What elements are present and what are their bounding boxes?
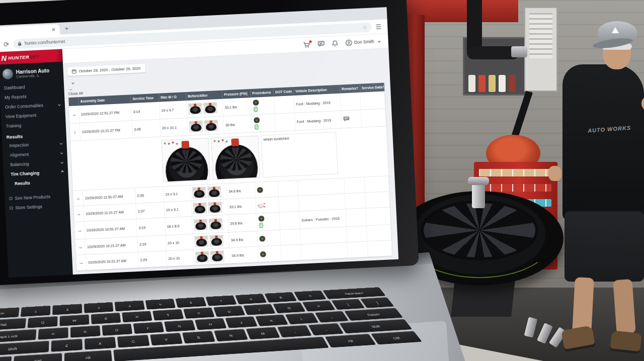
before-photo-thumbnail[interactable] <box>195 251 209 262</box>
key-f[interactable]: F <box>133 322 164 334</box>
after-photo-thumbnail[interactable] <box>210 250 224 262</box>
key-[interactable]: . <box>308 323 344 335</box>
key-5[interactable]: 5 <box>145 299 176 310</box>
user-menu[interactable]: Don Smith <box>346 38 380 46</box>
key-1[interactable]: 1 <box>21 306 51 317</box>
before-after-cell <box>192 215 229 233</box>
after-photo-thumbnail[interactable] <box>207 186 221 198</box>
key-9[interactable]: 9 <box>265 292 297 303</box>
remark-icon[interactable] <box>343 116 350 123</box>
key-h[interactable]: H <box>195 318 227 330</box>
key-o[interactable]: O <box>273 302 305 313</box>
key-r[interactable]: R <box>122 311 152 322</box>
key-d[interactable]: D <box>102 324 132 336</box>
messages-icon[interactable] <box>318 41 325 47</box>
key-6[interactable]: 6 <box>176 297 207 308</box>
service-time-cell: 2:35 <box>135 187 164 203</box>
key-p[interactable]: P <box>302 301 336 312</box>
key-[interactable]: , <box>277 325 312 337</box>
results-nav: InspectionAlignmentBalancingTire Changin… <box>2 138 68 179</box>
before-photo-large[interactable] <box>161 138 210 182</box>
key-[interactable]: [ <box>332 299 365 310</box>
key-l[interactable]: L <box>285 313 318 324</box>
pressure-cell: 30 lbs <box>223 115 253 134</box>
before-photo-thumbnail[interactable] <box>193 202 207 214</box>
after-photo-large[interactable] <box>211 135 260 179</box>
rim-size-cell: 20 x 10 <box>166 234 193 251</box>
before-photo-thumbnail[interactable] <box>194 219 208 230</box>
browser-menu-icon[interactable]: ☰ <box>375 23 381 31</box>
key-8[interactable]: 8 <box>235 294 267 304</box>
key-z[interactable]: Z <box>51 339 83 352</box>
key-m[interactable]: M <box>246 327 280 339</box>
after-photo-thumbnail[interactable] <box>204 120 218 131</box>
key-return[interactable]: Return <box>344 308 403 321</box>
key-alt[interactable]: Alt <box>64 350 112 361</box>
key-ctrl[interactable]: Ctrl <box>13 353 62 361</box>
key-b[interactable]: B <box>182 331 215 343</box>
key-q[interactable]: Q <box>28 316 58 328</box>
store-profile[interactable]: Harrison Auto Camberville, IL <box>0 62 64 83</box>
before-after-thumbnails <box>195 250 224 263</box>
after-photo-thumbnail[interactable] <box>209 218 223 230</box>
after-photo-thumbnail[interactable] <box>208 202 222 213</box>
tab-close-icon[interactable]: ✕ <box>51 27 56 32</box>
key-7[interactable]: 7 <box>205 295 236 306</box>
key-[interactable]: ; <box>314 311 348 323</box>
bottle <box>489 75 496 92</box>
row-expander-arrow-icon[interactable]: → <box>76 255 87 270</box>
row-expander-arrow-icon[interactable]: → <box>74 222 86 239</box>
key-alt[interactable]: Alt <box>325 334 376 347</box>
before-photo-thumbnail[interactable] <box>192 187 206 198</box>
row-expander-arrow-icon[interactable]: → <box>73 206 84 222</box>
key-g[interactable]: G <box>164 320 196 332</box>
key-k[interactable]: K <box>255 315 288 326</box>
before-photo-thumbnail[interactable] <box>188 103 202 115</box>
key-t[interactable]: T <box>152 309 183 321</box>
row-expander-arrow-icon[interactable]: → <box>75 239 86 255</box>
key-s[interactable]: S <box>70 325 101 337</box>
key-e[interactable]: E <box>91 313 121 324</box>
procedures-cell <box>255 182 279 198</box>
after-photo-thumbnail[interactable] <box>203 102 217 114</box>
technician-shorts <box>565 211 644 282</box>
new-tab-icon[interactable]: + <box>64 25 68 32</box>
vehicle-description-cell: Subaru : Forester : 2016 <box>299 209 346 228</box>
key-2[interactable]: 2 <box>52 304 82 315</box>
row-expander-arrow-icon[interactable]: → <box>69 106 80 123</box>
after-photo-thumbnail[interactable] <box>209 235 223 246</box>
key-caps-lock[interactable]: Caps Lock <box>0 329 36 343</box>
cart-icon[interactable] <box>303 41 311 48</box>
key-a[interactable]: A <box>38 327 68 340</box>
key-0[interactable]: 0 <box>294 291 327 301</box>
inflation-procedure-icon <box>254 124 260 130</box>
settings-gear-icon <box>10 206 13 209</box>
row-expander-arrow-icon[interactable]: → <box>73 191 84 206</box>
key-u[interactable]: U <box>213 306 245 317</box>
key-j[interactable]: J <box>225 316 257 328</box>
logo-hunter: HUNTER <box>8 54 29 61</box>
key-n[interactable]: N <box>214 329 248 341</box>
before-photo-thumbnail[interactable] <box>194 235 208 247</box>
key-ctrl[interactable]: Ctrl <box>371 331 422 344</box>
before-photo-thumbnail[interactable] <box>189 121 203 132</box>
key-esc[interactable]: Esc <box>0 307 20 319</box>
key-fn[interactable]: Fn <box>0 356 12 361</box>
dot-code-cell <box>275 113 296 131</box>
technician-leg <box>572 277 594 334</box>
reload-icon[interactable]: ⟳ <box>4 41 10 47</box>
key-4[interactable]: 4 <box>115 300 145 311</box>
notifications-bell-icon[interactable] <box>332 40 339 47</box>
key-w[interactable]: W <box>60 314 90 326</box>
key-c[interactable]: C <box>117 335 149 348</box>
key-i[interactable]: I <box>243 304 275 315</box>
bookmark-star-icon[interactable]: ☆ <box>362 25 367 30</box>
service-data-cell <box>367 240 392 256</box>
key-v[interactable]: V <box>150 333 183 345</box>
dot-code-cell <box>278 180 299 197</box>
key-x[interactable]: X <box>85 337 116 350</box>
key-3[interactable]: 3 <box>84 302 114 313</box>
key-y[interactable]: Y <box>183 307 214 318</box>
row-expander-arrow-icon[interactable]: ↓ <box>70 123 81 141</box>
key-tab[interactable]: Tab <box>0 318 26 331</box>
